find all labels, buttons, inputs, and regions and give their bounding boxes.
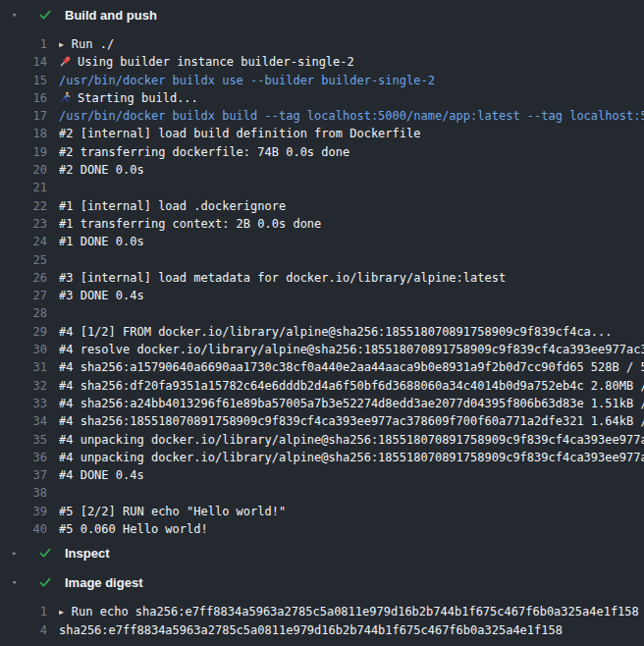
line-number[interactable]: 25 xyxy=(0,251,47,269)
line-number[interactable]: 16 xyxy=(0,89,47,107)
line-number[interactable]: 14 xyxy=(0,53,47,71)
log-line: 17/usr/bin/docker buildx build --tag loc… xyxy=(0,107,644,125)
log-line: 15/usr/bin/docker buildx use --builder b… xyxy=(0,72,644,89)
line-number[interactable]: 36 xyxy=(0,449,47,466)
log-text-value: #4 unpacking docker.io/library/alpine@sh… xyxy=(59,433,644,447)
log-text: #1 DONE 0.0s xyxy=(59,233,644,250)
log-line: 39#5 [2/2] RUN echo "Hello world!" xyxy=(0,503,644,520)
chevron-down-icon[interactable]: ▾ xyxy=(12,10,26,20)
line-number[interactable]: 26 xyxy=(0,269,47,287)
log-line: 16Starting build... xyxy=(0,89,644,107)
line-number[interactable]: 28 xyxy=(0,304,47,322)
log-command-text: /usr/bin/docker buildx use --builder bui… xyxy=(59,72,644,89)
line-number[interactable]: 27 xyxy=(0,287,47,304)
section-title: Build and push xyxy=(65,8,157,23)
log-text-value: #5 [2/2] RUN echo "Hello world!" xyxy=(59,505,286,518)
line-number[interactable]: 38 xyxy=(0,484,47,502)
log-text: sha256:e7ff8834a5963a2785c5a0811e979d16b… xyxy=(59,621,644,639)
log-text-value: Using builder instance builder-single-2 xyxy=(78,55,354,69)
line-number[interactable]: 15 xyxy=(0,72,47,89)
line-number[interactable]: 21 xyxy=(0,179,47,196)
expand-arrow-icon[interactable]: ▶ xyxy=(59,36,64,53)
log-text xyxy=(59,304,644,322)
log-text-value: /usr/bin/docker buildx build --tag local… xyxy=(59,109,644,123)
line-number[interactable]: 35 xyxy=(0,431,47,449)
log-text: #3 DONE 0.4s xyxy=(59,287,644,304)
section-image-digest: ▾Image digest1▶Run echo sha256:e7ff8834a… xyxy=(0,567,644,639)
line-number[interactable]: 24 xyxy=(0,233,47,250)
log-command-text: /usr/bin/docker buildx build --tag local… xyxy=(59,107,644,125)
log-line: 31#4 sha256:a15790640a6690aa1730c38cf0a4… xyxy=(0,358,644,376)
log-text-value: #4 sha256:185518070891758909c9f839cf4ca3… xyxy=(59,414,644,428)
log-text: #2 DONE 0.0s xyxy=(59,161,644,179)
line-number[interactable]: 40 xyxy=(0,520,47,538)
log-text: #1 [internal] load .dockerignore xyxy=(59,197,644,215)
log-text-value: #3 [internal] load metadata for docker.i… xyxy=(59,271,506,285)
log-line: 19#2 transferring dockerfile: 74B 0.0s d… xyxy=(0,143,644,161)
log-text-value: #3 DONE 0.4s xyxy=(59,289,144,302)
line-number[interactable]: 34 xyxy=(0,412,47,430)
log-text: ▶Run ./ xyxy=(59,35,644,53)
log-text xyxy=(59,251,644,269)
chevron-down-icon[interactable]: ▾ xyxy=(12,577,26,587)
log-line: 26#3 [internal] load metadata for docker… xyxy=(0,269,644,287)
log-line: 35#4 unpacking docker.io/library/alpine@… xyxy=(0,431,644,449)
line-number[interactable]: 19 xyxy=(0,143,47,161)
line-number[interactable]: 1 xyxy=(0,35,47,53)
pushpin-icon xyxy=(59,55,78,69)
line-number[interactable]: 29 xyxy=(0,323,47,341)
expand-arrow-icon[interactable]: ▶ xyxy=(59,604,64,620)
line-number[interactable]: 23 xyxy=(0,215,47,233)
line-number[interactable]: 39 xyxy=(0,503,47,520)
log-text-value: #4 resolve docker.io/library/alpine@sha2… xyxy=(59,343,644,356)
line-number[interactable]: 31 xyxy=(0,358,47,376)
log-text: #4 resolve docker.io/library/alpine@sha2… xyxy=(59,341,644,358)
section-build-and-push: ▾Build and push1▶Run ./14Using builder i… xyxy=(0,0,644,538)
log-text: #1 transferring context: 2B 0.0s done xyxy=(59,215,644,233)
log-line: 1▶Run ./ xyxy=(0,35,644,53)
line-number[interactable]: 17 xyxy=(0,107,47,125)
line-number[interactable]: 37 xyxy=(0,466,47,484)
section-header-build-and-push[interactable]: ▾Build and push xyxy=(0,0,644,29)
actions-log-viewer: ▾Build and push1▶Run ./14Using builder i… xyxy=(0,0,644,646)
log-text xyxy=(59,484,644,502)
line-number[interactable]: 4 xyxy=(0,621,47,639)
log-text-value: #4 sha256:df20fa9351a15782c64e6dddb2d4a6… xyxy=(59,379,644,393)
log-text: #2 [internal] load build definition from… xyxy=(59,125,644,142)
log-line: 21 xyxy=(0,179,644,196)
line-number[interactable]: 18 xyxy=(0,125,47,142)
log-line: 30#4 resolve docker.io/library/alpine@sh… xyxy=(0,341,644,358)
log-text-value: sha256:e7ff8834a5963a2785c5a0811e979d16b… xyxy=(59,623,563,637)
line-number[interactable]: 33 xyxy=(0,395,47,412)
log-line: 36#4 unpacking docker.io/library/alpine@… xyxy=(0,449,644,466)
log-text-value: #2 DONE 0.0s xyxy=(59,163,144,177)
log-line: 20#2 DONE 0.0s xyxy=(0,161,644,179)
log-text: #4 unpacking docker.io/library/alpine@sh… xyxy=(59,431,644,449)
line-number[interactable]: 32 xyxy=(0,377,47,395)
check-icon xyxy=(37,574,53,590)
log-text: #3 [internal] load metadata for docker.i… xyxy=(59,269,644,287)
section-header-image-digest[interactable]: ▾Image digest xyxy=(0,567,644,597)
chevron-right-icon[interactable]: ▸ xyxy=(12,548,26,558)
log-line: 32#4 sha256:df20fa9351a15782c64e6dddb2d4… xyxy=(0,377,644,395)
log-text-value: #4 sha256:a24bb4013296f61e89ba57005a7b3e… xyxy=(59,397,644,410)
log-text-value: #1 [internal] load .dockerignore xyxy=(59,199,286,213)
log-line: 18#2 [internal] load build definition fr… xyxy=(0,125,644,142)
log-line: 29#4 [1/2] FROM docker.io/library/alpine… xyxy=(0,323,644,341)
log-line: 1▶Run echo sha256:e7ff8834a5963a2785c5a0… xyxy=(0,603,644,620)
log-text-value: #1 transferring context: 2B 0.0s done xyxy=(59,217,321,231)
log-text: #4 sha256:a24bb4013296f61e89ba57005a7b3e… xyxy=(59,395,644,412)
check-icon xyxy=(37,545,53,561)
log-text-value: Run echo sha256:e7ff8834a5963a2785c5a081… xyxy=(72,605,639,619)
log-text-value: /usr/bin/docker buildx use --builder bui… xyxy=(59,74,435,87)
log-line: 38 xyxy=(0,484,644,502)
section-title: Image digest xyxy=(65,575,142,590)
log-line: 25 xyxy=(0,251,644,269)
line-number[interactable]: 30 xyxy=(0,341,47,358)
section-header-inspect[interactable]: ▸Inspect xyxy=(0,538,644,567)
line-number[interactable]: 1 xyxy=(0,603,47,620)
line-number[interactable]: 22 xyxy=(0,197,47,215)
section-title: Inspect xyxy=(65,546,110,561)
log-text: #4 [1/2] FROM docker.io/library/alpine@s… xyxy=(59,323,644,341)
line-number[interactable]: 20 xyxy=(0,161,47,179)
